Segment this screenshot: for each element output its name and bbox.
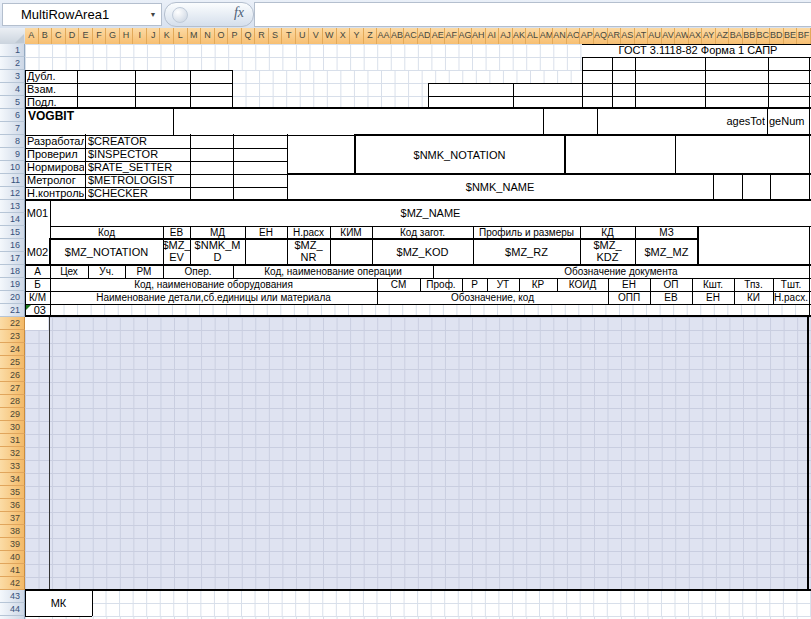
column-header-AA[interactable]: AA: [377, 28, 391, 44]
row-header-22[interactable]: 22: [0, 317, 25, 330]
cell-mz-name[interactable]: $MZ_NAME: [50, 200, 811, 226]
row-a-label[interactable]: А: [25, 265, 50, 278]
row-header-39[interactable]: 39: [0, 538, 25, 551]
m02-header[interactable]: Профиль и размеры: [473, 226, 580, 239]
row-header-19[interactable]: 19: [0, 278, 25, 291]
row-header-30[interactable]: 30: [0, 421, 25, 434]
column-header-Q[interactable]: Q: [242, 28, 256, 44]
column-header-P[interactable]: P: [228, 28, 242, 44]
row-header-42[interactable]: 42: [0, 577, 25, 590]
column-header-AW[interactable]: AW: [675, 28, 689, 44]
column-header-AZ[interactable]: AZ: [716, 28, 730, 44]
row-header-13[interactable]: 13: [0, 200, 25, 213]
row-a-cell[interactable]: РМ: [125, 265, 163, 278]
cell-signer-label[interactable]: Нормировал: [27, 161, 84, 174]
cell-podl[interactable]: Подл.: [27, 96, 75, 109]
selected-range[interactable]: [25, 317, 811, 590]
m02-value[interactable]: $NMK_MD: [190, 239, 245, 265]
column-header-BA[interactable]: BA: [729, 28, 743, 44]
row-header-29[interactable]: 29: [0, 408, 25, 421]
row-a-cell[interactable]: Цех: [50, 265, 88, 278]
row-header-44[interactable]: 44: [0, 603, 25, 616]
column-header-AJ[interactable]: AJ: [499, 28, 513, 44]
row-b-cell[interactable]: Проф.: [420, 278, 462, 291]
m02-value[interactable]: $MZ_NOTATION: [50, 239, 163, 265]
column-header-M[interactable]: M: [188, 28, 202, 44]
row-header-26[interactable]: 26: [0, 369, 25, 382]
row-header-11[interactable]: 11: [0, 174, 25, 187]
cell-signer-value[interactable]: $INSPECTOR: [88, 148, 188, 161]
select-all-corner[interactable]: [0, 28, 26, 45]
row-header-34[interactable]: 34: [0, 473, 25, 486]
row-header-36[interactable]: 36: [0, 499, 25, 512]
column-header-AG[interactable]: AG: [459, 28, 473, 44]
row-header-28[interactable]: 28: [0, 395, 25, 408]
row-header-10[interactable]: 10: [0, 161, 25, 174]
column-header-T[interactable]: T: [282, 28, 296, 44]
column-header-AR[interactable]: AR: [608, 28, 622, 44]
m02-header[interactable]: ЕВ: [163, 226, 190, 239]
fx-icon[interactable]: fx: [234, 5, 244, 21]
row-b-cell[interactable]: ЕН: [608, 278, 650, 291]
row-km-cell[interactable]: ЕВ: [650, 291, 692, 304]
row-a-cell[interactable]: Обозначение документа: [433, 265, 809, 278]
column-header-AS[interactable]: AS: [621, 28, 635, 44]
cell-signer-label[interactable]: Разработал: [27, 135, 84, 148]
column-header-BC[interactable]: BC: [757, 28, 771, 44]
cell-pages-total[interactable]: agesTot: [597, 108, 765, 135]
column-header-W[interactable]: W: [323, 28, 337, 44]
row-km-cell[interactable]: Обозначение, код: [377, 291, 608, 304]
row-b-cell[interactable]: КР: [519, 278, 557, 291]
column-header-AU[interactable]: AU: [648, 28, 662, 44]
name-box[interactable]: MultiRowArea1 ▼: [2, 3, 162, 26]
row-km-cell[interactable]: Н.расх.: [773, 291, 809, 304]
row-header-17[interactable]: 17: [0, 252, 25, 265]
cell-dubl[interactable]: Дубл.: [27, 70, 75, 83]
cell-signer-label[interactable]: Проверил: [27, 148, 84, 161]
row-header-40[interactable]: 40: [0, 551, 25, 564]
column-header-A[interactable]: A: [25, 28, 39, 44]
column-header-R[interactable]: R: [255, 28, 269, 44]
m02-header[interactable]: КИМ: [330, 226, 372, 239]
column-header-AC[interactable]: AC: [404, 28, 418, 44]
row-header-3[interactable]: 3: [0, 70, 25, 83]
row-header-41[interactable]: 41: [0, 564, 25, 577]
column-header-BF[interactable]: BF: [797, 28, 811, 44]
m02-value[interactable]: $MZ_EV: [163, 239, 190, 265]
column-header-AM[interactable]: AM: [540, 28, 554, 44]
row-header-2[interactable]: 2: [0, 57, 25, 70]
row-header-23[interactable]: 23: [0, 330, 25, 343]
column-header-AX[interactable]: AX: [689, 28, 703, 44]
row-header-32[interactable]: 32: [0, 447, 25, 460]
row-b-cell[interactable]: Тшт.: [773, 278, 809, 291]
row-b-cell[interactable]: Код, наименование оборудования: [50, 278, 377, 291]
row-km-cell[interactable]: ЕН: [692, 291, 734, 304]
row-a-cell[interactable]: Уч.: [88, 265, 125, 278]
column-header-BB[interactable]: BB: [743, 28, 757, 44]
column-header-AK[interactable]: AK: [513, 28, 527, 44]
row-header-14[interactable]: 14: [0, 213, 25, 226]
row-header-9[interactable]: 9: [0, 148, 25, 161]
column-header-Y[interactable]: Y: [350, 28, 364, 44]
grid-canvas[interactable]: ГОСТ 3.1118-82 Форма 1 САПР Дубл. Взам. …: [25, 44, 811, 619]
row-b-cell[interactable]: Кшт.: [692, 278, 734, 291]
column-header-D[interactable]: D: [66, 28, 80, 44]
row-header-24[interactable]: 24: [0, 343, 25, 356]
column-header-O[interactable]: O: [215, 28, 229, 44]
row-b-cell[interactable]: КОИД: [557, 278, 608, 291]
column-header-BD[interactable]: BD: [770, 28, 784, 44]
row-a-cell[interactable]: Опер.: [163, 265, 233, 278]
row-a-cell[interactable]: Код, наименование операции: [233, 265, 433, 278]
column-header-E[interactable]: E: [79, 28, 93, 44]
row-km-label[interactable]: К/М: [25, 291, 50, 304]
column-header-AB[interactable]: AB: [391, 28, 405, 44]
cell-signer-value[interactable]: $RATE_SETTER: [88, 161, 188, 174]
cell-signer-value[interactable]: $CREATOR: [88, 135, 188, 148]
cell-gost-title[interactable]: ГОСТ 3.1118-82 Форма 1 САПР: [585, 44, 811, 57]
row-header-12[interactable]: 12: [0, 187, 25, 200]
column-header-U[interactable]: U: [296, 28, 310, 44]
m02-value[interactable]: $MZ_KDZ: [580, 239, 635, 265]
column-header-H[interactable]: H: [120, 28, 134, 44]
active-cell[interactable]: [25, 317, 48, 330]
row-header-37[interactable]: 37: [0, 512, 25, 525]
